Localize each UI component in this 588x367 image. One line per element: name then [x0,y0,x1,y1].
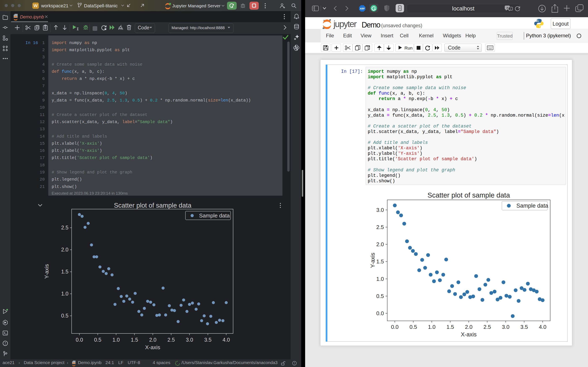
svg-text:x: x [510,8,511,10]
svg-text:1.0: 1.0 [112,337,120,343]
svg-text:2.0: 2.0 [149,337,156,343]
svg-text:1.5: 1.5 [376,258,384,265]
svg-text:1.0: 1.0 [61,291,69,297]
svg-text:1.0: 1.0 [376,276,384,282]
svg-text:2.0: 2.0 [61,247,69,252]
svg-text:X-axis: X-axis [461,331,476,338]
svg-text:ABP: ABP [360,7,365,10]
svg-text:1.5: 1.5 [61,269,69,275]
svg-text:Sample data: Sample data [516,203,549,209]
svg-text:0.5: 0.5 [61,313,69,318]
svg-text:0.0: 0.0 [376,310,384,317]
svg-text:0.5: 0.5 [94,337,101,343]
svg-text:Scatter plot of sample data: Scatter plot of sample data [428,191,510,199]
svg-text:2.5: 2.5 [168,337,175,343]
svg-text:0.0: 0.0 [391,324,398,330]
svg-text:1.5: 1.5 [131,337,138,343]
svg-text:2.0: 2.0 [376,241,384,248]
svg-text:X-axis: X-axis [145,344,160,350]
svg-text:Y-axis: Y-axis [370,253,376,268]
svg-text:Scatter plot of sample data: Scatter plot of sample data [114,202,192,209]
svg-text:2.5: 2.5 [61,225,69,231]
svg-text:3.5: 3.5 [520,324,528,330]
svg-text:Y-axis: Y-axis [43,264,50,279]
svg-text:0.5: 0.5 [376,293,384,299]
svg-text:0.0: 0.0 [76,337,83,343]
svg-text:A: A [507,7,508,9]
svg-text:3.0: 3.0 [186,337,193,343]
svg-text:1.5: 1.5 [446,324,454,330]
svg-text:2.0: 2.0 [465,324,473,330]
svg-text:2.5: 2.5 [376,224,384,230]
svg-text:4.0: 4.0 [223,337,230,343]
svg-text:2.5: 2.5 [484,324,491,330]
svg-text:3.0: 3.0 [376,207,384,213]
svg-text:4.0: 4.0 [539,324,546,330]
svg-text:3.0: 3.0 [502,324,510,330]
svg-text:0.5: 0.5 [409,324,417,330]
svg-text:Sample data: Sample data [199,212,230,219]
svg-text:1.0: 1.0 [428,324,436,330]
svg-text:3.5: 3.5 [204,337,211,343]
